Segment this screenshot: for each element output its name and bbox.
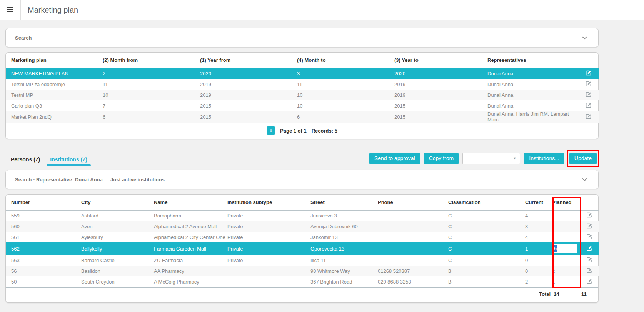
tabs: Persons (7) Institutions (7) bbox=[5, 156, 87, 166]
actions-cell bbox=[580, 210, 599, 221]
city-cell: Basildon bbox=[81, 266, 154, 276]
institutions-search-panel[interactable]: Search - Representative: Dunai Anna ::: … bbox=[5, 170, 599, 189]
plan-name-cell: Market Plan 2ndQ bbox=[6, 111, 103, 123]
current-cell: 0 bbox=[525, 266, 552, 276]
edit-icon[interactable] bbox=[587, 223, 592, 229]
plan-row[interactable]: Cario plan Q3 7 2015 10 2015 Dunai Anna bbox=[6, 100, 599, 111]
year-from-cell: 2015 bbox=[200, 100, 297, 111]
edit-icon[interactable] bbox=[586, 114, 591, 119]
actions-cell bbox=[580, 221, 599, 232]
institution-row[interactable]: 56 Basildon AA Pharmacy 98 Whitmore Way … bbox=[6, 266, 599, 276]
col-representatives: Representatives bbox=[487, 53, 578, 68]
col-street: Street bbox=[310, 195, 378, 210]
number-cell: 560 bbox=[6, 221, 81, 232]
current-cell: 0 bbox=[525, 255, 552, 266]
month-to-cell: 6 bbox=[297, 111, 394, 123]
edit-icon[interactable] bbox=[587, 257, 592, 262]
plan-name-cell: Cario plan Q3 bbox=[6, 100, 103, 111]
tab-persons[interactable]: Persons (7) bbox=[11, 156, 40, 166]
col-phone: Phone bbox=[378, 195, 448, 210]
actions-cell bbox=[578, 90, 599, 100]
tab-persons-label: Persons (7) bbox=[11, 156, 40, 163]
edit-icon[interactable] bbox=[586, 81, 591, 86]
col-subtype: Institution subtype bbox=[227, 195, 310, 210]
pagination-info: Page 1 of 1 bbox=[280, 128, 307, 134]
institutions-search-label: Search - Representative: Dunai Anna ::: … bbox=[15, 177, 165, 183]
chevron-down-icon[interactable] bbox=[580, 35, 589, 41]
planned-cell: 4 bbox=[552, 255, 580, 266]
classification-cell: C bbox=[448, 242, 525, 255]
subtype-cell bbox=[227, 266, 310, 276]
month-to-cell: 10 bbox=[297, 90, 394, 100]
institution-row[interactable]: 559 Ashford Bamapharm Private Jurisiceva… bbox=[6, 210, 599, 221]
planned-cell: 1 bbox=[552, 276, 580, 287]
phone-cell: 01268 520387 bbox=[378, 266, 448, 276]
street-cell: Jankomir 13 bbox=[310, 232, 378, 242]
street-cell: Avenija Dubrovnik 60 bbox=[310, 221, 378, 232]
subtype-cell: Private bbox=[227, 232, 310, 242]
name-cell: Bamapharm bbox=[154, 210, 227, 221]
col-year-from: (1) Year from bbox=[200, 53, 297, 68]
institution-row[interactable]: 50 South Croydon A McCoig Pharmacy 367 B… bbox=[6, 276, 599, 287]
edit-icon[interactable] bbox=[586, 70, 591, 76]
classification-cell: C bbox=[448, 210, 525, 221]
name-cell: Alphamedical 2 City Centar One bbox=[154, 232, 227, 242]
page-title: Marketing plan bbox=[28, 6, 78, 15]
name-cell: A McCoig Pharmacy bbox=[154, 276, 227, 287]
plans-search-label: Search bbox=[15, 35, 32, 41]
edit-icon[interactable] bbox=[587, 279, 592, 284]
plans-search-panel[interactable]: Search bbox=[5, 28, 599, 47]
plan-row[interactable]: Market Plan 2ndQ 6 2015 6 2015 Dunai Ann… bbox=[6, 111, 599, 123]
subtype-cell bbox=[227, 276, 310, 287]
institutions-button[interactable]: Institutions... bbox=[524, 153, 564, 164]
classification-cell: B bbox=[448, 266, 525, 276]
send-to-approval-button[interactable]: Send to approval bbox=[369, 153, 420, 164]
institution-row[interactable]: 561 Aylesbury Alphamedical 2 City Centar… bbox=[6, 232, 599, 242]
update-button[interactable]: Update bbox=[569, 153, 597, 164]
menu-button[interactable] bbox=[0, 0, 21, 20]
chevron-down-icon[interactable] bbox=[580, 176, 589, 183]
total-current-value: 14 bbox=[554, 291, 559, 297]
plan-name-cell: Testni MP bbox=[6, 90, 103, 100]
current-cell: 4 bbox=[525, 232, 552, 242]
actions-cell bbox=[578, 68, 599, 79]
institution-row[interactable]: 563 Barnard Castle ZU Farmacia Private I… bbox=[6, 255, 599, 266]
tab-institutions[interactable]: Institutions (7) bbox=[50, 156, 87, 166]
planned-cell: 6 bbox=[552, 242, 580, 255]
plan-row[interactable]: Tetsni MP za odobrernje 11 2019 11 2019 … bbox=[6, 79, 599, 90]
copy-from-button[interactable]: Copy from bbox=[424, 153, 459, 164]
subtype-cell: Private bbox=[227, 255, 310, 266]
actions-cell bbox=[578, 111, 599, 123]
institution-row[interactable]: 562 Ballykelly Farmacia Gareden Mall Pri… bbox=[6, 242, 599, 255]
year-to-cell: 2019 bbox=[394, 90, 487, 100]
institution-row[interactable]: 560 Avon Alphamedical 2 Avenue Mall Priv… bbox=[6, 221, 599, 232]
edit-icon[interactable] bbox=[587, 268, 592, 273]
planned-cell: 1 bbox=[552, 221, 580, 232]
edit-icon[interactable] bbox=[587, 246, 592, 251]
actions-cell bbox=[578, 79, 599, 90]
col-month-from: (2) Month from bbox=[103, 53, 200, 68]
col-city: City bbox=[81, 195, 154, 210]
planned-input[interactable]: 6 bbox=[552, 244, 577, 253]
month-from-cell: 11 bbox=[103, 79, 200, 90]
page-1-button[interactable]: 1 bbox=[267, 126, 275, 135]
number-cell: 559 bbox=[6, 210, 81, 221]
city-cell: Ashford bbox=[81, 210, 154, 221]
plan-row[interactable]: Testni MP 10 2019 10 2019 Dunai Anna bbox=[6, 90, 599, 100]
edit-icon[interactable] bbox=[587, 212, 592, 218]
edit-icon[interactable] bbox=[586, 92, 591, 97]
month-to-cell: 3 bbox=[297, 68, 394, 79]
year-from-cell: 2019 bbox=[200, 79, 297, 90]
subtype-cell: Private bbox=[227, 221, 310, 232]
name-cell: Farmacia Gareden Mall bbox=[154, 242, 227, 255]
month-from-cell: 7 bbox=[103, 100, 200, 111]
edit-icon[interactable] bbox=[586, 103, 591, 108]
copy-from-select[interactable]: ▼ bbox=[462, 153, 520, 164]
number-cell: 561 bbox=[6, 232, 81, 242]
month-to-cell: 11 bbox=[297, 79, 394, 90]
month-from-cell: 2 bbox=[103, 68, 200, 79]
col-name: Name bbox=[154, 195, 227, 210]
plan-row[interactable]: NEW MARKETING PLAN 2 2020 3 2020 Dunai A… bbox=[6, 68, 599, 79]
actions-cell bbox=[578, 100, 599, 111]
edit-icon[interactable] bbox=[587, 234, 592, 239]
